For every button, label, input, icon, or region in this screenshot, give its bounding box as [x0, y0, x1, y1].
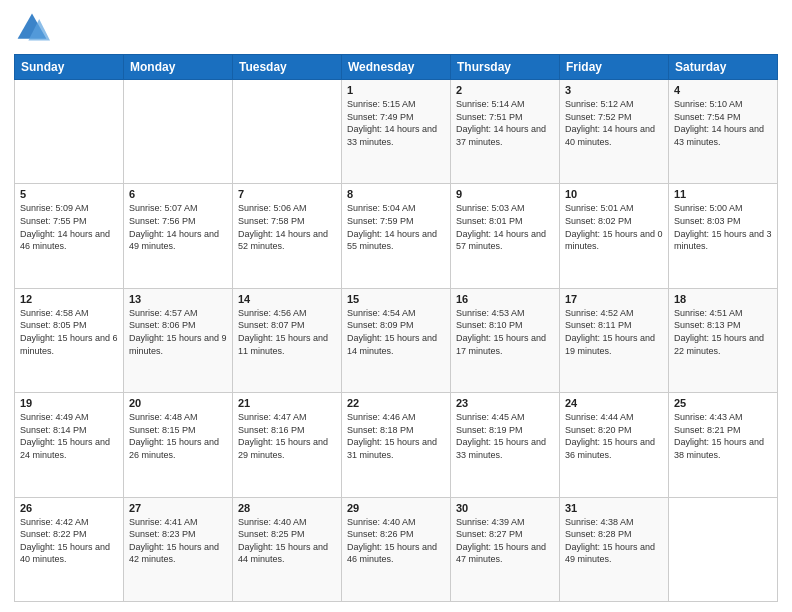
day-number: 7: [238, 188, 336, 200]
day-number: 26: [20, 502, 118, 514]
day-number: 27: [129, 502, 227, 514]
day-number: 12: [20, 293, 118, 305]
day-number: 8: [347, 188, 445, 200]
day-number: 1: [347, 84, 445, 96]
day-info: Sunrise: 4:41 AMSunset: 8:23 PMDaylight:…: [129, 516, 227, 566]
day-info: Sunrise: 4:46 AMSunset: 8:18 PMDaylight:…: [347, 411, 445, 461]
day-cell: 29Sunrise: 4:40 AMSunset: 8:26 PMDayligh…: [342, 497, 451, 601]
day-header-sunday: Sunday: [15, 55, 124, 80]
day-info: Sunrise: 5:03 AMSunset: 8:01 PMDaylight:…: [456, 202, 554, 252]
day-number: 25: [674, 397, 772, 409]
day-cell: 12Sunrise: 4:58 AMSunset: 8:05 PMDayligh…: [15, 288, 124, 392]
day-cell: 20Sunrise: 4:48 AMSunset: 8:15 PMDayligh…: [124, 393, 233, 497]
day-cell: 22Sunrise: 4:46 AMSunset: 8:18 PMDayligh…: [342, 393, 451, 497]
day-number: 16: [456, 293, 554, 305]
week-row-1: 5Sunrise: 5:09 AMSunset: 7:55 PMDaylight…: [15, 184, 778, 288]
day-number: 15: [347, 293, 445, 305]
day-cell: 28Sunrise: 4:40 AMSunset: 8:25 PMDayligh…: [233, 497, 342, 601]
day-header-friday: Friday: [560, 55, 669, 80]
week-row-2: 12Sunrise: 4:58 AMSunset: 8:05 PMDayligh…: [15, 288, 778, 392]
day-number: 17: [565, 293, 663, 305]
day-cell: 16Sunrise: 4:53 AMSunset: 8:10 PMDayligh…: [451, 288, 560, 392]
day-number: 22: [347, 397, 445, 409]
day-number: 11: [674, 188, 772, 200]
day-number: 18: [674, 293, 772, 305]
week-row-3: 19Sunrise: 4:49 AMSunset: 8:14 PMDayligh…: [15, 393, 778, 497]
day-info: Sunrise: 4:44 AMSunset: 8:20 PMDaylight:…: [565, 411, 663, 461]
day-info: Sunrise: 5:14 AMSunset: 7:51 PMDaylight:…: [456, 98, 554, 148]
day-cell: [124, 80, 233, 184]
day-info: Sunrise: 4:58 AMSunset: 8:05 PMDaylight:…: [20, 307, 118, 357]
day-info: Sunrise: 5:01 AMSunset: 8:02 PMDaylight:…: [565, 202, 663, 252]
day-info: Sunrise: 4:54 AMSunset: 8:09 PMDaylight:…: [347, 307, 445, 357]
logo-icon: [14, 10, 50, 46]
day-number: 20: [129, 397, 227, 409]
day-cell: 24Sunrise: 4:44 AMSunset: 8:20 PMDayligh…: [560, 393, 669, 497]
day-info: Sunrise: 4:40 AMSunset: 8:25 PMDaylight:…: [238, 516, 336, 566]
day-cell: 13Sunrise: 4:57 AMSunset: 8:06 PMDayligh…: [124, 288, 233, 392]
day-cell: [669, 497, 778, 601]
day-info: Sunrise: 4:56 AMSunset: 8:07 PMDaylight:…: [238, 307, 336, 357]
day-cell: 8Sunrise: 5:04 AMSunset: 7:59 PMDaylight…: [342, 184, 451, 288]
week-row-4: 26Sunrise: 4:42 AMSunset: 8:22 PMDayligh…: [15, 497, 778, 601]
day-info: Sunrise: 4:53 AMSunset: 8:10 PMDaylight:…: [456, 307, 554, 357]
day-number: 4: [674, 84, 772, 96]
day-header-monday: Monday: [124, 55, 233, 80]
day-number: 31: [565, 502, 663, 514]
day-number: 5: [20, 188, 118, 200]
day-number: 3: [565, 84, 663, 96]
day-number: 23: [456, 397, 554, 409]
day-cell: 30Sunrise: 4:39 AMSunset: 8:27 PMDayligh…: [451, 497, 560, 601]
day-header-tuesday: Tuesday: [233, 55, 342, 80]
day-info: Sunrise: 4:49 AMSunset: 8:14 PMDaylight:…: [20, 411, 118, 461]
day-number: 29: [347, 502, 445, 514]
day-cell: 14Sunrise: 4:56 AMSunset: 8:07 PMDayligh…: [233, 288, 342, 392]
day-number: 9: [456, 188, 554, 200]
week-row-0: 1Sunrise: 5:15 AMSunset: 7:49 PMDaylight…: [15, 80, 778, 184]
day-header-thursday: Thursday: [451, 55, 560, 80]
page: SundayMondayTuesdayWednesdayThursdayFrid…: [0, 0, 792, 612]
day-cell: 15Sunrise: 4:54 AMSunset: 8:09 PMDayligh…: [342, 288, 451, 392]
day-info: Sunrise: 4:39 AMSunset: 8:27 PMDaylight:…: [456, 516, 554, 566]
day-info: Sunrise: 4:48 AMSunset: 8:15 PMDaylight:…: [129, 411, 227, 461]
day-header-wednesday: Wednesday: [342, 55, 451, 80]
day-info: Sunrise: 5:12 AMSunset: 7:52 PMDaylight:…: [565, 98, 663, 148]
day-info: Sunrise: 5:15 AMSunset: 7:49 PMDaylight:…: [347, 98, 445, 148]
day-info: Sunrise: 4:57 AMSunset: 8:06 PMDaylight:…: [129, 307, 227, 357]
day-cell: 26Sunrise: 4:42 AMSunset: 8:22 PMDayligh…: [15, 497, 124, 601]
days-header-row: SundayMondayTuesdayWednesdayThursdayFrid…: [15, 55, 778, 80]
day-info: Sunrise: 5:10 AMSunset: 7:54 PMDaylight:…: [674, 98, 772, 148]
day-cell: 18Sunrise: 4:51 AMSunset: 8:13 PMDayligh…: [669, 288, 778, 392]
day-cell: 9Sunrise: 5:03 AMSunset: 8:01 PMDaylight…: [451, 184, 560, 288]
day-info: Sunrise: 5:00 AMSunset: 8:03 PMDaylight:…: [674, 202, 772, 252]
day-info: Sunrise: 4:51 AMSunset: 8:13 PMDaylight:…: [674, 307, 772, 357]
day-cell: 7Sunrise: 5:06 AMSunset: 7:58 PMDaylight…: [233, 184, 342, 288]
day-info: Sunrise: 4:43 AMSunset: 8:21 PMDaylight:…: [674, 411, 772, 461]
day-number: 28: [238, 502, 336, 514]
day-info: Sunrise: 4:40 AMSunset: 8:26 PMDaylight:…: [347, 516, 445, 566]
day-cell: 25Sunrise: 4:43 AMSunset: 8:21 PMDayligh…: [669, 393, 778, 497]
day-number: 10: [565, 188, 663, 200]
day-cell: [15, 80, 124, 184]
day-cell: 2Sunrise: 5:14 AMSunset: 7:51 PMDaylight…: [451, 80, 560, 184]
day-info: Sunrise: 4:45 AMSunset: 8:19 PMDaylight:…: [456, 411, 554, 461]
day-number: 30: [456, 502, 554, 514]
day-cell: [233, 80, 342, 184]
logo: [14, 10, 54, 46]
day-cell: 11Sunrise: 5:00 AMSunset: 8:03 PMDayligh…: [669, 184, 778, 288]
day-cell: 6Sunrise: 5:07 AMSunset: 7:56 PMDaylight…: [124, 184, 233, 288]
header: [14, 10, 778, 46]
day-cell: 17Sunrise: 4:52 AMSunset: 8:11 PMDayligh…: [560, 288, 669, 392]
day-number: 13: [129, 293, 227, 305]
day-cell: 10Sunrise: 5:01 AMSunset: 8:02 PMDayligh…: [560, 184, 669, 288]
day-info: Sunrise: 4:52 AMSunset: 8:11 PMDaylight:…: [565, 307, 663, 357]
day-info: Sunrise: 4:38 AMSunset: 8:28 PMDaylight:…: [565, 516, 663, 566]
day-number: 6: [129, 188, 227, 200]
day-cell: 3Sunrise: 5:12 AMSunset: 7:52 PMDaylight…: [560, 80, 669, 184]
day-cell: 27Sunrise: 4:41 AMSunset: 8:23 PMDayligh…: [124, 497, 233, 601]
calendar-table: SundayMondayTuesdayWednesdayThursdayFrid…: [14, 54, 778, 602]
day-number: 19: [20, 397, 118, 409]
day-cell: 1Sunrise: 5:15 AMSunset: 7:49 PMDaylight…: [342, 80, 451, 184]
day-number: 14: [238, 293, 336, 305]
day-info: Sunrise: 5:09 AMSunset: 7:55 PMDaylight:…: [20, 202, 118, 252]
